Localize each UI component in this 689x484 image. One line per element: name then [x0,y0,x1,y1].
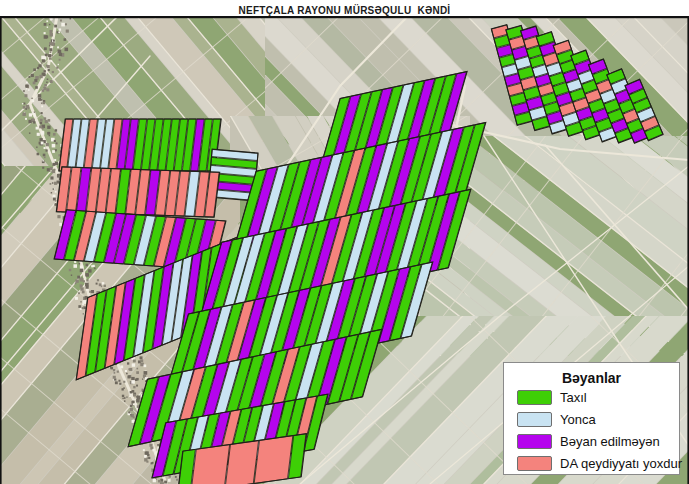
legend-item-taxil: Taxıl [517,387,679,408]
legend-item-label: Taxıl [560,390,587,405]
map-document: NEFTÇALA RAYONU MÜRSƏQULU KƏNDİ Bəyanlar… [0,0,689,484]
map-title: NEFTÇALA RAYONU MÜRSƏQULU KƏNDİ [239,3,451,16]
legend-item-label: DA qeydiyyatı yoxdur [560,456,682,471]
legend-item-da-qeydiyyati: DA qeydiyyatı yoxdur [517,453,679,474]
legend-swatch-salmon-icon [517,456,552,471]
title-bar: NEFTÇALA RAYONU MÜRSƏQULU KƏNDİ [0,0,689,16]
legend-item-yonca: Yonca [517,409,679,430]
legend-title: Bəyanlar [504,370,679,386]
legend-item-label: Yonca [560,412,596,427]
legend-swatch-green-icon [517,390,552,405]
map-legend: Bəyanlar Taxıl Yonca Bəyan edilməyən DA … [503,362,680,475]
legend-item-beyan-edilmeyen: Bəyan edilməyən [517,431,679,452]
legend-item-label: Bəyan edilməyən [560,434,660,449]
legend-swatch-lightblue-icon [517,412,552,427]
legend-swatch-magenta-icon [517,434,552,449]
